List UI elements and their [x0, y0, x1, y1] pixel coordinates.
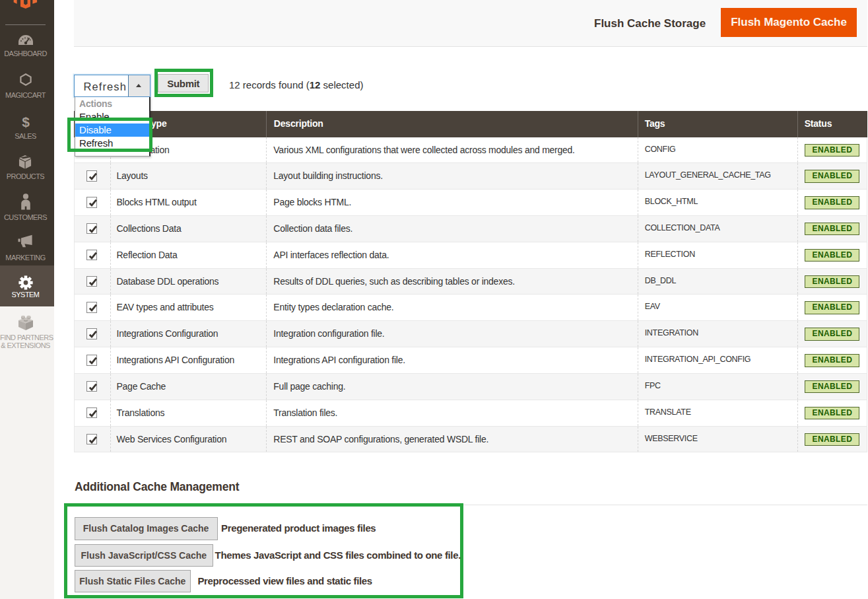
svg-text:$: $: [22, 114, 30, 128]
